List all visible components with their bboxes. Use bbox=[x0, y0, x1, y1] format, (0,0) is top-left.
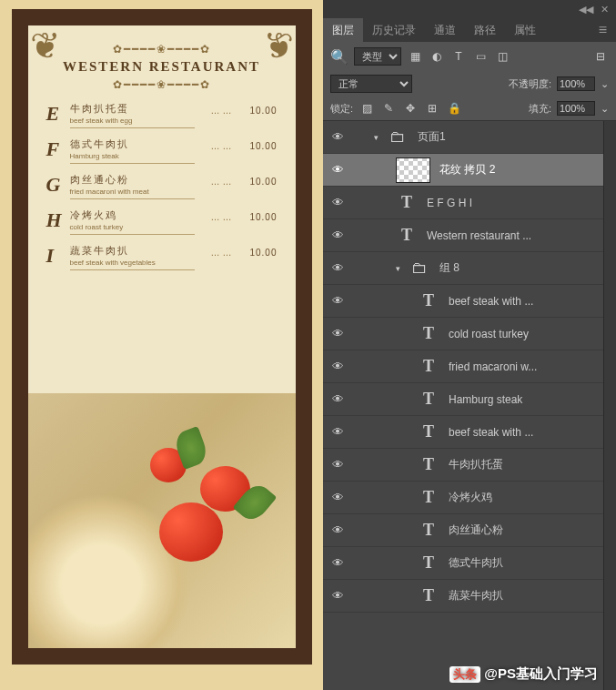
visibility-toggle-icon[interactable]: 👁 bbox=[323, 425, 352, 439]
layer-row[interactable]: 👁 T Western restaurant ... bbox=[323, 219, 603, 252]
fill-label: 填充: bbox=[529, 102, 551, 116]
filter-toggle-icon[interactable]: ⊟ bbox=[592, 48, 609, 65]
lock-move-icon[interactable]: ✥ bbox=[402, 100, 419, 117]
layer-name[interactable]: E F G H I bbox=[427, 197, 603, 209]
scrollbar[interactable] bbox=[603, 121, 616, 690]
layer-row[interactable]: 👁 T E F G H I bbox=[323, 187, 603, 219]
fill-input[interactable] bbox=[557, 101, 595, 116]
visibility-toggle-icon[interactable]: 👁 bbox=[323, 196, 352, 209]
ornament-corner-icon: ❦ bbox=[30, 27, 76, 73]
visibility-toggle-icon[interactable]: 👁 bbox=[323, 523, 352, 537]
layer-row[interactable]: 👁 T 肉丝通心粉 bbox=[323, 514, 603, 547]
item-letter: F bbox=[46, 137, 70, 161]
tab-历史记录[interactable]: 历史记录 bbox=[363, 18, 425, 42]
watermark-icon: 头条 bbox=[449, 666, 480, 683]
layer-name[interactable]: 组 8 bbox=[439, 260, 603, 276]
visibility-toggle-icon[interactable]: 👁 bbox=[323, 589, 352, 603]
layer-name[interactable]: cold roast turkey bbox=[449, 328, 603, 340]
layer-row[interactable]: 👁 花纹 拷贝 2 bbox=[323, 154, 603, 187]
layer-row[interactable]: 👁 T Hamburg steak bbox=[323, 383, 603, 416]
filter-image-icon[interactable]: ▦ bbox=[407, 48, 423, 65]
layer-name[interactable]: fried macaroni w... bbox=[449, 360, 603, 373]
panel-menu-icon[interactable]: ≡ bbox=[590, 22, 616, 38]
layer-name[interactable]: 肉丝通心粉 bbox=[449, 523, 603, 538]
collapse-icon[interactable]: ◀◀ bbox=[579, 4, 593, 15]
item-dots: …… bbox=[195, 137, 249, 151]
text-layer-icon: T bbox=[418, 452, 439, 478]
layer-name[interactable]: 冷烤火鸡 bbox=[449, 490, 603, 505]
item-name-en: Hamburg steak bbox=[70, 152, 196, 160]
chevron-down-icon[interactable]: ▾ bbox=[374, 133, 387, 142]
item-letter: G bbox=[46, 173, 70, 197]
opacity-input[interactable] bbox=[557, 76, 595, 91]
lock-artboard-icon[interactable]: ⊞ bbox=[424, 100, 440, 117]
layer-row[interactable]: 👁 T 德式牛肉扒 bbox=[323, 547, 603, 580]
filter-text-icon[interactable]: T bbox=[450, 48, 467, 65]
layer-name[interactable]: 花纹 拷贝 2 bbox=[439, 162, 603, 178]
layer-name[interactable]: 牛肉扒托蛋 bbox=[449, 457, 603, 472]
filter-type-select[interactable]: 类型 bbox=[354, 47, 401, 66]
food-photo bbox=[28, 393, 296, 648]
visibility-toggle-icon[interactable]: 👁 bbox=[323, 556, 352, 570]
layer-row[interactable]: 👁 T cold roast turkey bbox=[323, 318, 603, 350]
tab-属性[interactable]: 属性 bbox=[505, 18, 545, 42]
layer-row[interactable]: 👁 ▾🗀 组 8 bbox=[323, 252, 603, 285]
tab-路径[interactable]: 路径 bbox=[465, 18, 505, 42]
layer-name[interactable]: Western restaurant ... bbox=[427, 229, 603, 242]
layer-name[interactable]: 蔬菜牛肉扒 bbox=[449, 588, 603, 604]
visibility-toggle-icon[interactable]: 👁 bbox=[323, 491, 352, 504]
layer-row[interactable]: 👁 T 牛肉扒托蛋 bbox=[323, 449, 603, 482]
layer-name[interactable]: beef steak with ... bbox=[449, 426, 603, 439]
panel-tabs: 图层历史记录通道路径属性≡ bbox=[323, 18, 616, 42]
visibility-toggle-icon[interactable]: 👁 bbox=[323, 458, 352, 472]
fill-dropdown-icon[interactable]: ⌄ bbox=[601, 103, 609, 115]
watermark: 头条 @PS基础入门学习 bbox=[449, 665, 598, 683]
layer-row[interactable]: 👁 T 冷烤火鸡 bbox=[323, 482, 603, 514]
canvas-area[interactable]: ❦ ❦ ❦ ❦ ✿━━━━❀━━━━✿ WESTERN RESTAURANT ✿… bbox=[0, 0, 323, 690]
layer-row[interactable]: 👁 T beef steak with ... bbox=[323, 285, 603, 318]
visibility-toggle-icon[interactable]: 👁 bbox=[323, 392, 352, 406]
layer-row[interactable]: 👁 T beef steak with ... bbox=[323, 416, 603, 449]
lock-all-icon[interactable]: 🔒 bbox=[446, 100, 462, 117]
lock-transparent-icon[interactable]: ▨ bbox=[358, 100, 375, 117]
lock-brush-icon[interactable]: ✎ bbox=[380, 100, 397, 117]
layer-name[interactable]: 页面1 bbox=[418, 129, 603, 145]
chevron-down-icon[interactable]: ▾ bbox=[396, 264, 409, 273]
item-name-en: fried macaroni with meat bbox=[70, 188, 196, 196]
menu-title: WESTERN RESTAURANT bbox=[39, 59, 285, 75]
visibility-toggle-icon[interactable]: 👁 bbox=[323, 294, 352, 308]
text-layer-icon: T bbox=[418, 551, 439, 576]
layer-name[interactable]: 德式牛肉扒 bbox=[449, 555, 603, 571]
layer-name[interactable]: Hamburg steak bbox=[449, 393, 603, 406]
item-name-en: beef steak with vegetables bbox=[70, 259, 196, 267]
folder-icon: 🗀 bbox=[387, 125, 409, 150]
visibility-toggle-icon[interactable]: 👁 bbox=[323, 261, 352, 275]
visibility-toggle-icon[interactable]: 👁 bbox=[323, 163, 352, 177]
item-name-cn: 德式牛肉扒 bbox=[70, 137, 196, 151]
visibility-toggle-icon[interactable]: 👁 bbox=[323, 228, 352, 242]
blend-mode-select[interactable]: 正常 bbox=[330, 75, 412, 93]
flourish-icon: ✿━━━━❀━━━━✿ bbox=[39, 43, 285, 56]
layer-row[interactable]: 👁 T 蔬菜牛肉扒 bbox=[323, 580, 603, 613]
layer-row[interactable]: 👁 ▾🗀 页面1 bbox=[323, 121, 603, 154]
opacity-dropdown-icon[interactable]: ⌄ bbox=[601, 78, 609, 90]
item-name-en: beef steak with egg bbox=[70, 117, 196, 125]
filter-smart-icon[interactable]: ◫ bbox=[494, 48, 510, 65]
filter-search-icon[interactable]: 🔍 bbox=[330, 48, 348, 66]
close-icon[interactable]: ✕ bbox=[601, 4, 609, 15]
visibility-toggle-icon[interactable]: 👁 bbox=[323, 327, 352, 340]
item-letter: H bbox=[46, 208, 70, 232]
tab-图层[interactable]: 图层 bbox=[323, 18, 363, 42]
visibility-toggle-icon[interactable]: 👁 bbox=[323, 360, 352, 373]
filter-shape-icon[interactable]: ▭ bbox=[472, 48, 489, 65]
menu-document: ❦ ❦ ❦ ❦ ✿━━━━❀━━━━✿ WESTERN RESTAURANT ✿… bbox=[12, 9, 312, 665]
layer-name[interactable]: beef steak with ... bbox=[449, 295, 603, 308]
layers-list[interactable]: 👁 ▾🗀 页面1 👁 花纹 拷贝 2 👁 T E F G H I 👁 T Wes… bbox=[323, 121, 603, 690]
layer-row[interactable]: 👁 T fried macaroni w... bbox=[323, 350, 603, 383]
visibility-toggle-icon[interactable]: 👁 bbox=[323, 130, 352, 144]
item-letter: E bbox=[46, 102, 70, 126]
filter-adjust-icon[interactable]: ◐ bbox=[429, 48, 445, 65]
text-layer-icon: T bbox=[418, 321, 439, 347]
tab-通道[interactable]: 通道 bbox=[425, 18, 465, 42]
item-dots: …… bbox=[195, 102, 249, 116]
